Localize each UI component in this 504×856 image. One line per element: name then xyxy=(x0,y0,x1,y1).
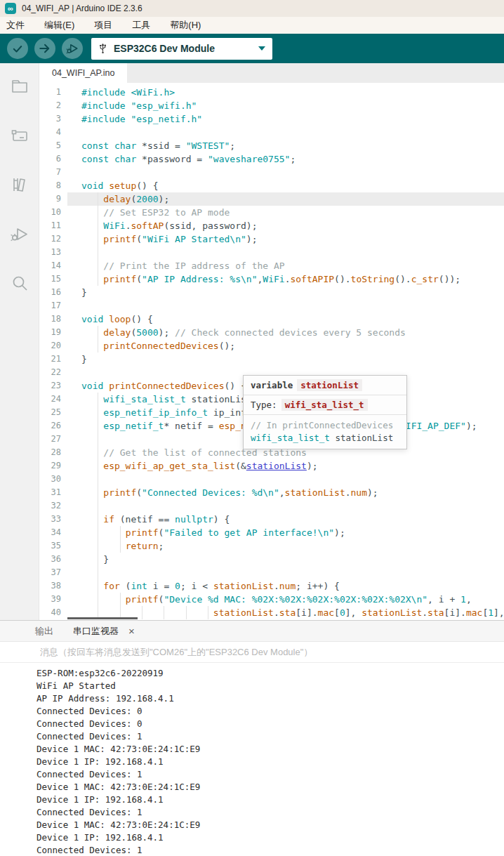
code-line[interactable]: 21} xyxy=(39,353,504,366)
close-icon[interactable]: × xyxy=(126,626,138,636)
indent-guide xyxy=(98,192,98,206)
code-line[interactable]: 18void loop() { xyxy=(39,312,504,326)
code-line[interactable]: 10 // Set ESP32 to AP mode xyxy=(39,206,504,219)
sidebar-item-debug[interactable] xyxy=(9,223,30,244)
line-number: 20 xyxy=(39,339,67,353)
code-line[interactable]: 9 delay(2000); xyxy=(39,192,504,206)
line-number: 25 xyxy=(39,406,67,419)
code-line[interactable]: 19 delay(5000); // Check connected devic… xyxy=(39,326,504,339)
indent-guide xyxy=(186,606,187,619)
code-text: printf("WiFi AP Started\n"); xyxy=(67,232,504,246)
board-selector[interactable]: ESP32C6 Dev Module xyxy=(91,38,272,60)
sidebar-item-library-manager[interactable] xyxy=(9,174,30,195)
menu-item-2[interactable]: 项目 xyxy=(84,17,122,34)
code-text xyxy=(67,299,504,312)
code-text: if (netif == nullptr) { xyxy=(67,513,504,526)
indent-guide xyxy=(98,553,98,566)
line-number: 15 xyxy=(39,272,67,286)
line-number: 29 xyxy=(39,459,67,473)
code-line[interactable]: 7 xyxy=(39,166,504,179)
code-line[interactable]: 11 WiFi.softAP(ssid, password); xyxy=(39,219,504,232)
sidebar-item-sketchbook[interactable] xyxy=(9,76,30,97)
indent-guide xyxy=(98,246,98,259)
code-line[interactable]: 14 // Print the IP address of the AP xyxy=(39,259,504,272)
tooltip-symbol-chip: stationList xyxy=(297,379,362,391)
code-line[interactable]: 4 xyxy=(39,126,504,139)
line-number: 31 xyxy=(39,486,67,499)
indent-guide xyxy=(98,486,98,499)
code-line[interactable]: 2#include "esp_wifi.h" xyxy=(39,99,504,112)
code-line[interactable]: 6const char *password = "waveshare0755"; xyxy=(39,152,504,166)
code-line[interactable]: 35 return; xyxy=(39,539,504,553)
indent-guide xyxy=(98,272,98,286)
code-line[interactable]: 31 printf("Connected Devices: %d\n",stat… xyxy=(39,486,504,499)
board-icon xyxy=(10,126,29,145)
serial-line: Device 1 IP: 192.168.4.1 xyxy=(37,756,504,768)
code-line[interactable]: 13 xyxy=(39,246,504,259)
tab-sketch-file[interactable]: 04_WIFI_AP.ino xyxy=(39,63,127,83)
code-line[interactable]: 20 printConnectedDevices(); xyxy=(39,339,504,353)
serial-line: Device 1 MAC: 42:73:0E:24:1C:E9 xyxy=(37,781,504,794)
code-line[interactable]: 32 xyxy=(39,499,504,513)
code-line[interactable]: 5const char *ssid = "WSTEST"; xyxy=(39,139,504,152)
code-line[interactable]: 37 xyxy=(39,566,504,579)
tooltip-declaration: // In printConnectedDevices wifi_sta_lis… xyxy=(244,414,406,449)
code-text: const char *ssid = "WSTEST"; xyxy=(67,139,504,152)
code-line[interactable]: 38 for (int i = 0; i < stationList.num; … xyxy=(39,579,504,593)
code-line[interactable]: 16} xyxy=(39,286,504,299)
code-text xyxy=(67,246,504,259)
code-text: // Set ESP32 to AP mode xyxy=(67,206,504,219)
upload-button[interactable] xyxy=(34,38,55,59)
serial-line: WiFi AP Started xyxy=(37,680,504,692)
menu-item-4[interactable]: 帮助(H) xyxy=(160,17,211,34)
code-line[interactable]: 3#include "esp_netif.h" xyxy=(39,112,504,126)
code-line[interactable]: 17 xyxy=(39,299,504,312)
sidebar-item-boards-manager[interactable] xyxy=(9,125,30,146)
code-text xyxy=(67,566,504,579)
menu-item-0[interactable]: 文件 xyxy=(0,17,34,34)
serial-line: Device 1 MAC: 42:73:0E:24:1C:E9 xyxy=(37,819,504,831)
code-line[interactable]: 30 xyxy=(39,473,504,486)
indent-guide xyxy=(98,259,98,272)
line-number: 23 xyxy=(39,379,67,393)
serial-line: Connected Devices: 0 xyxy=(37,705,504,718)
usb-icon xyxy=(98,42,107,55)
code-line[interactable]: 15 printf("AP IP Address: %s\n",WiFi.sof… xyxy=(39,272,504,286)
indent-guide xyxy=(98,339,98,353)
menu-item-3[interactable]: 工具 xyxy=(122,17,160,34)
code-line[interactable]: 33 if (netif == nullptr) { xyxy=(39,513,504,526)
menu-bar: 文件编辑(E)项目工具帮助(H) xyxy=(0,17,504,34)
code-line[interactable]: 39 printf("Device %d MAC: %02X:%02X:%02X… xyxy=(39,593,504,606)
line-number: 18 xyxy=(39,312,67,326)
indent-guide xyxy=(98,219,98,232)
code-line[interactable]: 8void setup() { xyxy=(39,179,504,192)
code-line[interactable]: 29 esp_wifi_ap_get_sta_list(&stationList… xyxy=(39,459,504,473)
line-number: 5 xyxy=(39,139,67,152)
serial-line: Device 1 IP: 192.168.4.1 xyxy=(37,831,504,844)
books-icon xyxy=(10,175,29,195)
serial-message-input[interactable] xyxy=(0,641,504,663)
indent-guide xyxy=(98,566,98,579)
debug-button[interactable] xyxy=(62,38,83,59)
code-editor[interactable]: 1#include <WiFi.h>2#include "esp_wifi.h"… xyxy=(39,83,504,620)
horizontal-scrollbar[interactable] xyxy=(67,617,138,619)
line-number: 30 xyxy=(39,473,67,486)
code-text: } xyxy=(67,553,504,566)
menu-item-1[interactable]: 编辑(E) xyxy=(34,17,84,34)
code-line[interactable]: 1#include <WiFi.h> xyxy=(39,86,504,99)
indent-guide xyxy=(142,606,142,619)
code-line[interactable]: 12 printf("WiFi AP Started\n"); xyxy=(39,232,504,246)
verify-button[interactable] xyxy=(7,38,28,59)
code-text: printf("Device %d MAC: %02X:%02X:%02X:%0… xyxy=(67,593,504,606)
tab-serial-monitor[interactable]: 串口监视器 xyxy=(73,625,119,638)
serial-line: AP IP Address: 192.168.4.1 xyxy=(37,692,504,705)
sidebar-item-search[interactable] xyxy=(9,272,30,294)
search-icon xyxy=(10,273,29,293)
checkmark-icon xyxy=(11,42,24,55)
indent-guide xyxy=(98,499,98,513)
tab-output[interactable]: 输出 xyxy=(35,625,53,638)
code-line[interactable]: 34 printf("Failed to get AP interface!\n… xyxy=(39,526,504,539)
code-line[interactable]: 36 } xyxy=(39,553,504,566)
line-number: 28 xyxy=(39,446,67,459)
line-number: 34 xyxy=(39,526,67,539)
